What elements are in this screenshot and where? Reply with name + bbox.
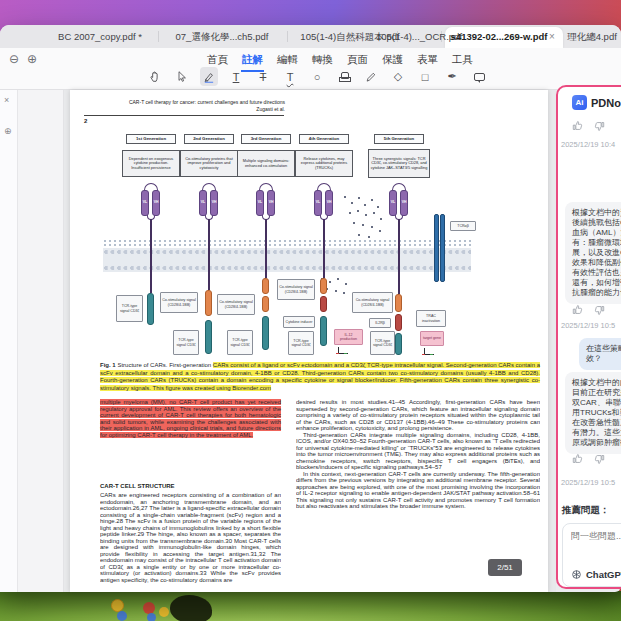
stamp-tool-icon[interactable] — [335, 67, 353, 86]
vl-label: VL — [258, 200, 262, 204]
generation-3-title: 3rd Generation — [241, 134, 291, 144]
costim-domain — [262, 278, 269, 294]
generation-2-description: Co-stimulatory proteins that improve pro… — [180, 150, 238, 177]
thumbs-down-icon[interactable] — [593, 304, 605, 316]
vl-label: VL — [391, 200, 395, 204]
header-rule — [84, 115, 284, 116]
cd3z-domain — [395, 333, 402, 355]
tcrab-label: TCRαβ — [450, 221, 476, 231]
diamond-tool-icon[interactable]: ◇ — [389, 67, 407, 86]
left-column-body: CARs are engineered receptors consisting… — [100, 492, 281, 589]
left-rail — [0, 90, 18, 592]
tcr-alpha-chain — [434, 214, 439, 282]
add-icon[interactable]: ⊕ — [4, 126, 12, 136]
cytokine-inducer-domain — [320, 296, 327, 312]
thumbs-up-icon[interactable] — [572, 453, 584, 465]
underline-text-tool-icon[interactable]: T — [227, 67, 245, 86]
flower-decoration — [147, 613, 156, 621]
generation-1-description: Dependent on exogenous cytokine producti… — [122, 150, 180, 177]
section-heading: CAR-T CELL STRUCTURE — [100, 483, 175, 489]
desktop-wallpaper-bottom — [0, 591, 621, 621]
feedback-row — [572, 453, 605, 465]
model-selector[interactable]: ChatGPT4 — [571, 569, 621, 580]
generation-3-description: Multiple signaling domains: enhanced co-… — [237, 150, 295, 177]
hand-tool-icon[interactable] — [146, 67, 164, 86]
costim-label: Co-stimulatory signal (CD28/4-1BB) — [217, 294, 255, 315]
generation-5-title: 5th Generation — [374, 134, 424, 144]
annotation-toolbar: T T T ○ ◇ □ ✒ — [146, 67, 488, 86]
signature-tool-icon[interactable]: ✒ — [443, 67, 461, 86]
message-timestamp: 2025/12/19 10:4 — [561, 140, 615, 149]
vh-label: VH — [327, 200, 332, 204]
cd3z-domain — [147, 293, 154, 325]
tab-close-icon[interactable]: × — [549, 31, 555, 42]
rectangle-tool-icon[interactable]: □ — [416, 67, 434, 86]
costim-label: Co-stimulatory signal (CD28/4-1BB) — [160, 292, 198, 313]
ai-panel-title: PDNob AI — [591, 97, 621, 109]
car-stem — [398, 219, 400, 294]
thumbs-down-icon[interactable] — [593, 453, 605, 465]
circle-tool-icon[interactable]: ○ — [308, 67, 326, 86]
vl-label: VL — [316, 200, 320, 204]
vh-label: VH — [212, 200, 217, 204]
tab-lihua4[interactable]: 理化總4.pdf — [567, 31, 617, 44]
chat-input[interactable] — [571, 531, 621, 541]
generation-4-title: 4th Generation — [299, 134, 349, 144]
vh-label: VH — [402, 200, 407, 204]
page-number: 2 — [84, 118, 87, 124]
costim-domain — [395, 294, 402, 312]
tab-s41392-active[interactable]: s41392-02...269-w.pdf — [451, 31, 548, 42]
tab-ocr-105[interactable]: 105(1-4)..._OCR.pdf — [376, 31, 462, 42]
thumbs-down-icon[interactable] — [593, 120, 605, 132]
highlight-tool-icon[interactable] — [200, 67, 218, 86]
vl-label: VL — [201, 200, 205, 204]
car-stem — [208, 219, 210, 290]
gene-arrow-icon — [338, 347, 348, 354]
tab-chem-ch5[interactable]: 07_選修化學...ch5.pdf — [176, 31, 269, 44]
collapsed-sidebar-panel[interactable] — [18, 90, 64, 592]
generation-4-description: Release cytokines, may express additiona… — [295, 150, 353, 177]
costim-label: Co-stimulatory signal (CD28/4-1BB) — [277, 279, 315, 300]
generation-5-description: Three synergistic signals: TCR CD3ζ, co-… — [368, 149, 430, 178]
thumbs-up-icon[interactable] — [572, 304, 584, 316]
openai-icon — [571, 569, 582, 580]
flower-decoration — [117, 611, 127, 621]
squiggly-text-tool-icon[interactable]: T — [281, 67, 299, 86]
costim-domain — [320, 278, 327, 294]
feedback-row — [572, 120, 605, 132]
vl-label: VL — [143, 200, 147, 204]
vh-label: VH — [269, 200, 274, 204]
pencil-tool-icon[interactable] — [362, 67, 380, 86]
zoom-in-icon[interactable]: ⊕ — [27, 52, 37, 66]
tab-separator — [158, 31, 159, 42]
generation-2-title: 2nd Generation — [184, 134, 234, 144]
left-column-highlighted-paragraph: multiple myeloma (MM), no CAR-T cell pro… — [100, 399, 281, 438]
il12-production-label: IL-12 production — [334, 329, 363, 345]
flower-decoration — [159, 607, 169, 617]
dark-plant-silhouette — [170, 595, 212, 621]
il2rb-label: IL2Rβ — [369, 318, 391, 328]
caption-figure-number: Fig. 1 — [100, 362, 116, 368]
car-stem — [265, 219, 267, 278]
comment-tool-icon[interactable] — [470, 67, 488, 86]
tab-bc2007[interactable]: BC 2007_copy.pdf * — [58, 31, 142, 42]
costim-label: Co-stimulatory signal (CD28/4-1BB) — [352, 292, 393, 313]
cd3z-domain — [262, 316, 269, 350]
cytokine-inducer-label: Cytokine inducer — [283, 316, 315, 328]
model-label: ChatGPT4 — [586, 569, 621, 580]
page-indicator-badge[interactable]: 2/51 — [488, 559, 522, 576]
figure-glycocalyx — [103, 239, 471, 248]
tcr-signal-label: TCR-type signal CD3ζ — [227, 330, 253, 355]
close-panel-icon[interactable]: × — [4, 95, 9, 105]
strikethrough-text-tool-icon[interactable]: T — [254, 67, 272, 86]
costim-domain — [205, 290, 212, 316]
message-timestamp: 2025/12/19 10:5 — [561, 478, 615, 487]
tab-separator — [287, 31, 288, 42]
zoom-out-icon[interactable]: ⊖ — [9, 52, 19, 66]
cd3z-domain — [205, 320, 212, 354]
tcr-signal-label: TCR-type signal CD3ζ — [116, 295, 143, 322]
select-tool-icon[interactable] — [173, 67, 191, 86]
flower-decoration — [143, 602, 155, 614]
thumbs-up-icon[interactable] — [572, 120, 584, 132]
figure-caption: Fig. 1 Structure of CARs. First-generati… — [100, 362, 540, 392]
